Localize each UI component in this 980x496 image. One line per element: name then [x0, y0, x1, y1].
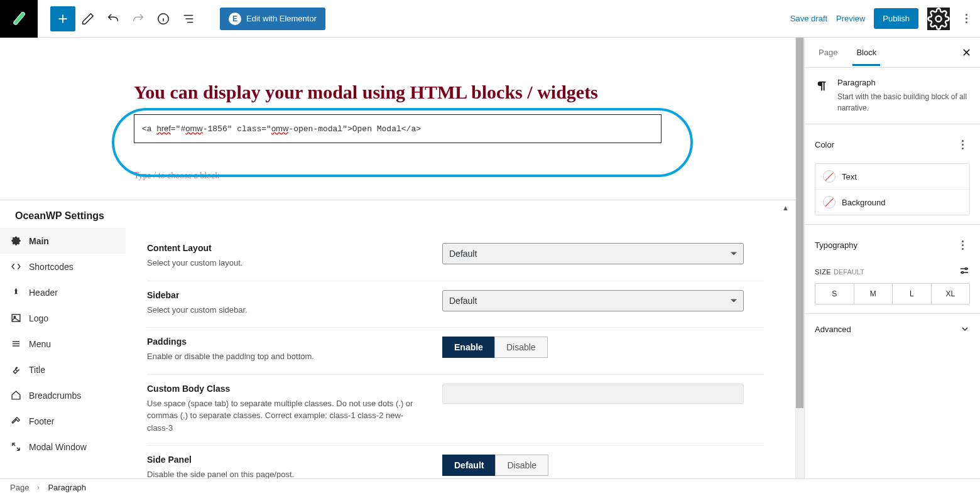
- publish-button[interactable]: Publish: [874, 8, 918, 29]
- size-m[interactable]: M: [854, 284, 893, 304]
- nav-main[interactable]: Main: [0, 228, 126, 254]
- nav-label: Menu: [29, 339, 51, 349]
- color-options-button[interactable]: [955, 133, 970, 156]
- add-block-button[interactable]: [50, 6, 75, 31]
- nav-label: Title: [29, 365, 45, 375]
- elementor-icon: E: [229, 13, 241, 25]
- edit-tool-button[interactable]: [75, 6, 101, 31]
- nav-menu[interactable]: Menu: [0, 331, 126, 357]
- html-block[interactable]: <a href="#omw-1856" class="omw-open-moda…: [134, 114, 662, 143]
- field-desc: Select your custom layout.: [147, 257, 423, 269]
- content-layout-select[interactable]: Default: [442, 243, 744, 264]
- nav-title[interactable]: Title: [0, 357, 126, 382]
- paragraph-icon: [815, 79, 829, 93]
- oceanwp-nav: Main Shortcodes Header Logo Menu Title B…: [0, 228, 126, 496]
- nav-logo[interactable]: Logo: [0, 305, 126, 331]
- size-l[interactable]: L: [892, 284, 931, 304]
- block-name: Paragraph: [837, 78, 970, 87]
- side-panel-default[interactable]: Default: [442, 455, 495, 476]
- typography-section: Typography SIZEDEFAULT S M L XL: [805, 225, 980, 314]
- image-icon: [11, 313, 21, 323]
- nav-label: Logo: [29, 313, 48, 323]
- field-desc: Select your custom sidebar.: [147, 304, 423, 316]
- svg-point-3: [936, 16, 942, 21]
- pin-icon: [11, 287, 21, 298]
- expand-icon: [11, 441, 21, 452]
- advanced-section-toggle[interactable]: Advanced: [805, 314, 980, 344]
- editor-column: You can display your modal using HTML bl…: [0, 38, 804, 496]
- info-button[interactable]: [151, 6, 176, 31]
- home-icon: [11, 390, 21, 401]
- nav-label: Header: [29, 288, 58, 298]
- nav-label: Footer: [29, 416, 54, 426]
- block-placeholder[interactable]: Type / to choose a block: [134, 171, 662, 181]
- paddings-enable[interactable]: Enable: [442, 337, 494, 358]
- tab-block[interactable]: Block: [852, 40, 880, 66]
- field-desc: Enable or disable the padding top and bo…: [147, 350, 423, 363]
- sidebar-select[interactable]: Default: [442, 290, 744, 311]
- collapse-panel-button[interactable]: ▲: [782, 204, 789, 212]
- pencil-icon: [81, 12, 95, 26]
- color-background-button[interactable]: Background: [815, 189, 969, 215]
- breadcrumb-root[interactable]: Page: [10, 483, 29, 492]
- hammer-icon: [11, 416, 21, 426]
- edit-with-elementor-button[interactable]: E Edit with Elementor: [220, 8, 325, 30]
- editor-canvas[interactable]: You can display your modal using HTML bl…: [0, 38, 795, 200]
- nav-modal-window[interactable]: Modal Window: [0, 434, 126, 460]
- dots-vertical-icon: [962, 240, 964, 250]
- body-class-input[interactable]: [442, 384, 744, 404]
- field-sidebar: SidebarSelect your custom sidebar. Defau…: [147, 281, 764, 328]
- oceanwp-panel-title: OceanWP Settings: [0, 200, 795, 228]
- oceanwp-content: Content LayoutSelect your custom layout.…: [126, 228, 795, 496]
- size-s[interactable]: S: [815, 284, 854, 304]
- close-sidebar-button[interactable]: ✕: [959, 43, 974, 62]
- block-description: Start with the basic building block of a…: [837, 91, 970, 114]
- field-label: Sidebar: [147, 290, 423, 300]
- nav-header[interactable]: Header: [0, 279, 126, 305]
- color-text-button[interactable]: Text: [815, 164, 969, 189]
- oceanwp-settings-panel: ▲ OceanWP Settings Main Shortcodes Heade…: [0, 200, 795, 496]
- typo-options-button[interactable]: [955, 234, 970, 256]
- nav-shortcodes[interactable]: Shortcodes: [0, 254, 126, 279]
- nav-label: Modal Window: [29, 442, 87, 452]
- scrollbar-thumb[interactable]: [796, 38, 803, 408]
- gear-icon: [927, 8, 950, 30]
- swatch-icon: [823, 196, 836, 208]
- undo-button[interactable]: [101, 6, 126, 31]
- test-tube-icon: [9, 9, 29, 29]
- redo-button[interactable]: [126, 6, 151, 31]
- outline-button[interactable]: [176, 6, 201, 31]
- more-options-button[interactable]: [959, 8, 974, 30]
- size-label: SIZE: [815, 268, 831, 276]
- size-custom-button[interactable]: [959, 265, 970, 278]
- svg-point-8: [962, 272, 964, 274]
- size-xl[interactable]: XL: [931, 284, 970, 304]
- nav-footer[interactable]: Footer: [0, 408, 126, 434]
- nav-breadcrumbs[interactable]: Breadcrumbs: [0, 382, 126, 408]
- gear-icon: [11, 235, 21, 246]
- scrollbar-track[interactable]: [795, 38, 804, 496]
- toolbar-right: Save draft Preview Publish: [790, 8, 974, 30]
- section-title: Color: [815, 140, 834, 149]
- nav-label: Main: [29, 236, 49, 246]
- paddings-disable[interactable]: Disable: [494, 337, 548, 358]
- color-label: Background: [842, 198, 885, 207]
- size-options: S M L XL: [815, 283, 970, 305]
- settings-toggle-button[interactable]: [927, 8, 950, 30]
- breadcrumb-current[interactable]: Paragraph: [48, 483, 86, 492]
- svg-rect-0: [13, 11, 26, 25]
- side-panel-disable[interactable]: Disable: [495, 455, 548, 476]
- field-label: Paddings: [147, 337, 423, 347]
- save-draft-button[interactable]: Save draft: [790, 14, 827, 23]
- chevron-right-icon: [35, 485, 41, 491]
- tab-page[interactable]: Page: [815, 40, 841, 65]
- page-title[interactable]: You can display your modal using HTML bl…: [134, 82, 662, 103]
- main-area: You can display your modal using HTML bl…: [0, 38, 980, 496]
- redo-icon: [131, 12, 145, 26]
- field-label: Custom Body Class: [147, 384, 423, 394]
- wrench-icon: [11, 364, 21, 375]
- preview-button[interactable]: Preview: [836, 14, 865, 23]
- site-logo[interactable]: [0, 0, 38, 38]
- list-icon: [182, 12, 195, 26]
- undo-icon: [106, 12, 120, 26]
